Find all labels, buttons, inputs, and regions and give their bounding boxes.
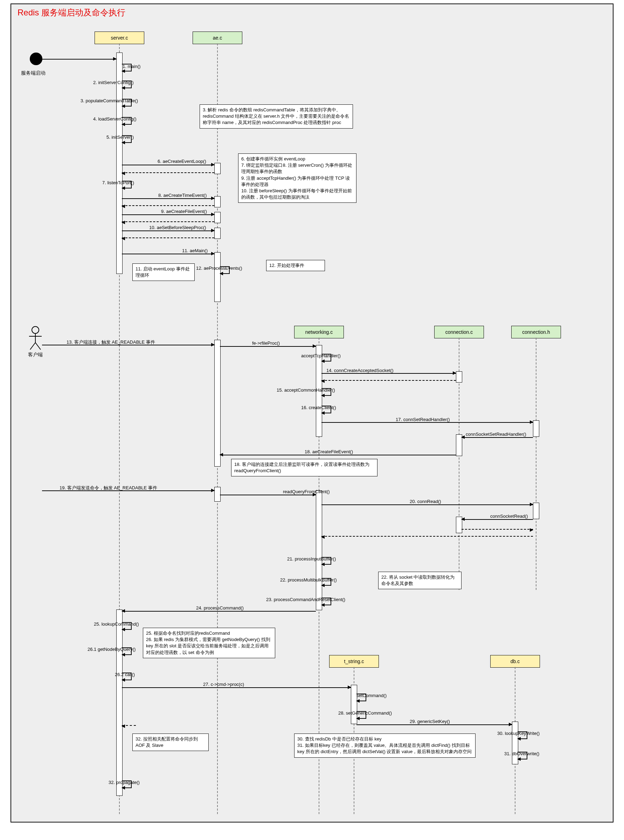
note-3: 3. 解析 redis 命令的数组 redisCommandTable，将其添加…: [199, 104, 353, 128]
diagram-container: Redis 服务端启动及命令执行 服务端启动 客户端 server.c ae.c…: [0, 0, 624, 840]
msg-m3: 3. populateCommandTable(): [80, 98, 138, 103]
arrow-m8: [122, 198, 214, 199]
lifeline-connection-h: connection.h: [511, 326, 561, 339]
arrow-m20: [321, 504, 533, 505]
activation-server-2: [116, 610, 122, 796]
note-11: 11. 启动 eventLoop 事件处理循环: [132, 263, 195, 281]
msg-readQ: readQueryFromClient(): [283, 489, 330, 494]
activation-connh-2: [533, 503, 539, 519]
note-25: 25. 根据命令名找到对应的redisCommand 26. 如果 redis …: [143, 628, 275, 658]
msg-m22: 22. processMultibulkBuffer(): [280, 577, 337, 583]
msg-m7: 7. listenToPort(): [102, 180, 134, 185]
arrow-m9: [122, 214, 214, 215]
msg-m26-2: 26.2 call(): [115, 672, 135, 677]
msg-accept: acceptTcpHandler(): [301, 353, 341, 358]
msg-m18: 18. aeCreateFileEvent(): [305, 449, 353, 454]
arrow-m14: [321, 373, 456, 374]
ret-m9: [122, 221, 214, 222]
lifeline-tstring: t_string.c: [329, 655, 379, 668]
ret-connRead: [462, 529, 533, 530]
msg-m30: 30. lookupKeyWrite(): [497, 731, 540, 736]
arrow-m10: [122, 230, 214, 231]
arrow-m11: [122, 254, 214, 254]
svg-line-4: [36, 343, 41, 350]
arrow-connSock: [462, 437, 533, 438]
msg-m23: 23. processCommandAndResetClient(): [266, 597, 345, 602]
note-6: 6. 创建事件循环实例 eventLoop 7. 绑定监听指定端口8. 注册 s…: [238, 153, 357, 203]
actor-client: 客户端: [28, 326, 43, 358]
msg-m16: 16. createClient(): [301, 405, 336, 410]
activation-ae-1: [214, 163, 221, 174]
arrow-connRead: [462, 519, 533, 520]
msg-m6: 6. aeCreateEventLoop(): [158, 159, 206, 164]
msg-m4: 4. loadServerConfig(): [93, 116, 137, 122]
msg-m15: 15. acceptCommonHandler(): [276, 387, 335, 393]
msg-m1: 1. main(): [122, 64, 141, 69]
svg-line-3: [30, 343, 36, 350]
activation-ae-5: [214, 252, 221, 302]
ret-m8: [122, 205, 214, 206]
ret-m10: [122, 238, 214, 238]
activation-ae-3: [214, 212, 221, 223]
ret-m20: [321, 536, 533, 537]
msg-m10: 10. aeSetBeforeSleepProc(): [149, 225, 206, 230]
msg-setCmd: setCommand(): [357, 693, 386, 698]
lifeline-connection-c: connection.c: [434, 326, 484, 339]
activation-ae-6: [214, 340, 221, 467]
msg-m21: 21. processInputBuffer(): [287, 556, 336, 562]
note-30: 30. 查找 redisDb 中是否已经存在目标 key 31. 如果目标key…: [294, 733, 476, 758]
diagram-title: Redis 服务端启动及命令执行: [17, 7, 125, 18]
lifeline-line-conn-h: [536, 338, 536, 590]
msg-connRead: connSocketRead(): [490, 514, 528, 519]
arrow-fe: [220, 346, 316, 347]
ret-propagate: [122, 725, 136, 726]
msg-m9: 9. aeCreateFileEvent(): [161, 209, 207, 214]
svg-point-0: [32, 326, 39, 334]
note-18: 18. 客户端的连接建立后注册监听可读事件，设置读事件处理函数为 readQue…: [231, 459, 377, 476]
activation-ae-2: [214, 196, 221, 207]
note-12: 12. 开始处理事件: [266, 260, 325, 271]
arrow-m29: [357, 724, 512, 725]
lifeline-ae: ae.c: [193, 31, 242, 44]
activation-net-2: [316, 490, 322, 610]
msg-connSock: connSocketSetReadHandler(): [466, 432, 526, 437]
note-32: 32. 按照相关配置将命令同步到 AOF 及 Slave: [132, 733, 209, 751]
activation-ae-4: [214, 228, 221, 239]
msg-m14: 14. connCreateAcceptedSocket(): [326, 368, 394, 373]
arrow-m17: [321, 422, 533, 423]
arrow-readQ: [220, 495, 316, 495]
msg-m13: 13. 客户端连接，触发 AE_READABLE 事件: [66, 339, 155, 345]
arrow-m24: [122, 611, 316, 612]
msg-m28: 28. setGenericCommand(): [338, 710, 392, 716]
lifeline-server: server.c: [94, 31, 144, 44]
msg-m12: 12. aeProcessEvents(): [196, 266, 242, 271]
lifeline-networking: networking.c: [294, 326, 344, 339]
ret-m14: [321, 380, 456, 381]
msg-m5: 5. initServer(): [107, 135, 134, 140]
msg-m27: 27. c->cmd->proc(c): [203, 682, 244, 687]
actor-label: 客户端: [28, 352, 43, 358]
activation-connc-1: [456, 371, 462, 382]
msg-m8: 8. aeCreateTimeEvent(): [158, 193, 207, 198]
msg-m32: 32. propagate(): [108, 780, 140, 785]
start-label: 服务端启动: [21, 70, 46, 76]
msg-m11: 11. aeMain(): [182, 248, 208, 253]
msg-m17: 17. connSetReadHandler(): [396, 417, 450, 422]
arrow-m6: [122, 165, 214, 166]
msg-m26-1: 26.1 getNodeByQuery(): [88, 647, 136, 652]
msg-m19: 19. 客户端发送命令，触发 AE_READABLE 事件: [60, 485, 157, 491]
msg-m20: 20. connRead(): [410, 499, 441, 504]
msg-m2: 2. initServerConfig(): [93, 80, 134, 85]
msg-m24: 24. processCommand(): [196, 605, 244, 611]
msg-m25: 25. lookupCommand(): [94, 622, 139, 627]
arrow-start-main: [42, 59, 116, 60]
ret-m6: [122, 172, 214, 173]
msg-m31: 31. dbOverwrite(): [504, 751, 539, 756]
arrow-m27: [122, 687, 351, 688]
start-node: [30, 53, 42, 65]
activation-ae-7: [214, 487, 221, 501]
msg-fe: fe->rfileProc(): [252, 340, 280, 346]
activation-connh-1: [533, 420, 539, 437]
lifeline-db: db.c: [490, 655, 540, 668]
arrow-m18: [220, 455, 456, 455]
